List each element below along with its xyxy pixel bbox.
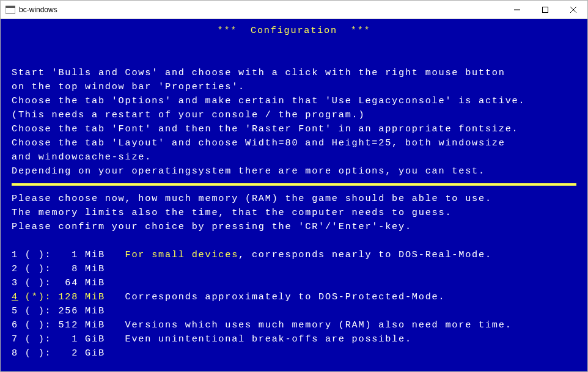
memory-option: 2 ( ): 8 MiB: [12, 263, 105, 274]
memory-option: 6 ( ): 512 MiB: [12, 319, 105, 330]
memory-option-selected: 4 (*): 128 MiB: [12, 291, 105, 302]
maximize-icon: [542, 7, 548, 13]
memory-option: 7 ( ): 1 GiB: [12, 334, 105, 345]
memory-option: 8 ( ): 2 GiB: [12, 348, 105, 359]
console-area[interactable]: *** Configuration *** Start 'Bulls and C…: [1, 19, 587, 371]
window-frame: bc-windows *** Configuration *** Start '…: [0, 0, 588, 372]
config-header: *** Configuration ***: [12, 24, 576, 38]
app-icon: [6, 5, 15, 15]
window-controls: [503, 1, 587, 18]
close-button[interactable]: [559, 1, 587, 19]
close-icon: [570, 7, 576, 13]
titlebar[interactable]: bc-windows: [1, 1, 587, 19]
memory-options: 1 ( ): 1 MiB For small devices, correspo…: [12, 249, 512, 359]
window-title: bc-windows: [19, 5, 503, 14]
instructions-para1: Start 'Bulls and Cows' and choose with a…: [12, 67, 525, 177]
svg-rect-3: [543, 7, 548, 13]
maximize-button[interactable]: [531, 1, 559, 19]
memory-option: 5 ( ): 256 MiB: [12, 305, 105, 316]
minimize-icon: [514, 7, 520, 13]
divider: [12, 183, 576, 186]
memory-option: 1 ( ): 1 MiB: [12, 249, 105, 260]
memory-option: 3 ( ): 64 MiB: [12, 277, 105, 288]
svg-rect-1: [6, 6, 15, 8]
instructions-para2: Please choose now, how much memory (RAM)…: [12, 193, 492, 232]
minimize-button[interactable]: [503, 1, 531, 19]
